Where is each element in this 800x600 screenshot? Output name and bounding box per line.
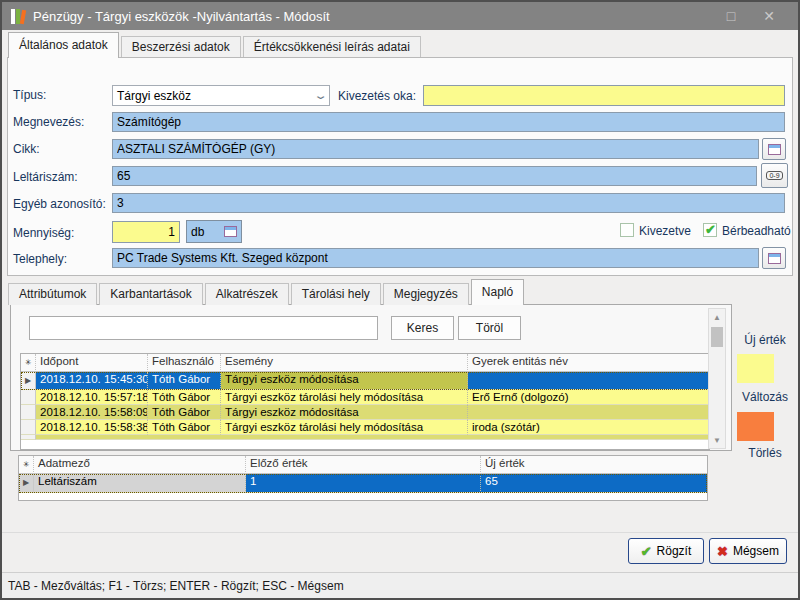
tipus-dropdown[interactable]: Tárgyi eszköz ⌄ bbox=[112, 85, 330, 106]
leltariszam-label: Leltáriszám: bbox=[13, 170, 78, 184]
status-bar: TAB - Mezőváltás; F1 - Törzs; ENTER - Rö… bbox=[2, 572, 798, 598]
checkmark-icon: ✔ bbox=[705, 222, 716, 237]
mennyiseg-unit-value: db bbox=[191, 225, 204, 239]
vertical-scrollbar[interactable]: ▲ ▼ bbox=[708, 308, 726, 449]
app-window: Pénzügy - Tárgyi eszközök -Nyilvántartás… bbox=[0, 0, 800, 600]
scroll-down-icon[interactable]: ▼ bbox=[709, 432, 725, 448]
egyeb-azonosito-label: Egyéb azonosító: bbox=[13, 197, 106, 211]
kivezetes-oka-input[interactable] bbox=[423, 85, 785, 106]
window-form-icon bbox=[768, 144, 781, 155]
col-gyerek[interactable]: Gyerek entitás név bbox=[468, 354, 709, 372]
cell-uj-ertek: 65 bbox=[481, 474, 707, 493]
leltariszam-input[interactable] bbox=[112, 166, 757, 186]
legend-torles-label: Törlés bbox=[735, 446, 795, 460]
cikk-input[interactable] bbox=[112, 139, 759, 159]
col-adatmezo[interactable]: Adatmező bbox=[34, 456, 246, 474]
cell-idopont: 2018.12.10. 15:57:18 bbox=[36, 390, 148, 405]
megsem-button[interactable]: ✖ Mégsem bbox=[709, 538, 787, 564]
col-idopont[interactable]: Időpont bbox=[36, 354, 148, 372]
header-corner-icon: ✳ bbox=[21, 354, 36, 372]
window-form-icon bbox=[768, 253, 781, 264]
close-icon[interactable]: ✕ bbox=[754, 5, 784, 27]
naplo-panel: Keres Töröl ✳ Időpont Felhasználó Esemén… bbox=[10, 304, 732, 451]
kivezetes-oka-label: Kivezetés oka: bbox=[338, 89, 416, 103]
search-input[interactable] bbox=[29, 316, 378, 340]
log-table-header: ✳ Időpont Felhasználó Esemény Gyerek ent… bbox=[21, 354, 709, 372]
cell-felhasznalo: Tóth Gábor bbox=[148, 420, 221, 435]
change-detail-table: ✳ Adatmező Előző érték Új érték ▶ Leltár… bbox=[18, 455, 708, 501]
unit-lookup-icon bbox=[224, 226, 237, 237]
cell-esemeny: Tárgyi eszköz módosítása bbox=[221, 405, 468, 420]
scroll-up-icon[interactable]: ▲ bbox=[709, 309, 725, 325]
egyeb-azonosito-input[interactable] bbox=[112, 193, 785, 213]
table-row[interactable]: ▶ Leltáriszám 1 65 bbox=[19, 474, 707, 493]
cell-gyerek bbox=[468, 405, 709, 420]
col-felhasznalo[interactable]: Felhasználó bbox=[148, 354, 221, 372]
berbeadhato-checkbox[interactable]: ✔ bbox=[703, 223, 717, 237]
cell-gyerek: iroda (szótár) bbox=[468, 420, 709, 435]
tab-attributumok[interactable]: Attribútumok bbox=[8, 283, 97, 305]
row-indicator-icon: ▶ bbox=[21, 372, 36, 390]
torol-button[interactable]: Töröl bbox=[458, 316, 521, 340]
cell-gyerek: Erő Ernő (dolgozó) bbox=[468, 390, 709, 405]
leltariszam-numbering-button[interactable]: 0-9 bbox=[761, 163, 788, 188]
legend-torles-swatch bbox=[737, 412, 774, 441]
megsem-button-label: Mégsem bbox=[733, 544, 779, 558]
check-icon: ✔ bbox=[641, 544, 652, 559]
log-table: ✳ Időpont Felhasználó Esemény Gyerek ent… bbox=[20, 353, 710, 450]
tab-ertekcsokkenesi-leiras[interactable]: Értékcsökkenési leírás adatai bbox=[243, 36, 421, 58]
tab-naplo[interactable]: Napló bbox=[471, 279, 524, 305]
keres-button[interactable]: Keres bbox=[391, 316, 454, 340]
col-esemeny[interactable]: Esemény bbox=[221, 354, 468, 372]
mennyiseg-input[interactable] bbox=[112, 221, 180, 243]
status-text: TAB - Mezőváltás; F1 - Törzs; ENTER - Rö… bbox=[8, 579, 344, 593]
megnevezes-input[interactable] bbox=[112, 112, 785, 132]
tab-karbantartasok[interactable]: Karbantartások bbox=[99, 283, 202, 305]
tab-beszerzesi-adatok[interactable]: Beszerzési adatok bbox=[121, 36, 241, 58]
scrollbar-thumb[interactable] bbox=[711, 327, 723, 347]
chevron-down-icon: ⌄ bbox=[313, 89, 328, 102]
footer-divider bbox=[2, 532, 798, 533]
telephely-lookup-button[interactable] bbox=[762, 247, 786, 269]
table-row[interactable]: 2018.12.10. 15:58:09 Tóth Gábor Tárgyi e… bbox=[21, 405, 709, 420]
cell-felhasznalo: Tóth Gábor bbox=[148, 390, 221, 405]
tab-alkatreszek[interactable]: Alkatrészek bbox=[205, 283, 289, 305]
cell-felhasznalo: Tóth Gábor bbox=[148, 372, 221, 390]
table-row[interactable]: 2018.12.10. 15:58:38 Tóth Gábor Tárgyi e… bbox=[21, 420, 709, 435]
cell-elozo-ertek: 1 bbox=[246, 474, 481, 493]
cikk-label: Cikk: bbox=[13, 142, 40, 156]
bottom-tab-strip: Attribútumok Karbantartások Alkatrészek … bbox=[8, 279, 526, 305]
top-tab-strip: Általános adatok Beszerzési adatok Érték… bbox=[8, 31, 423, 58]
table-row[interactable]: ▶ 2018.12.10. 15:45:30 Tóth Gábor Tárgyi… bbox=[21, 372, 709, 390]
kivezetve-checkbox[interactable] bbox=[620, 223, 634, 237]
megnevezes-label: Megnevezés: bbox=[13, 115, 84, 129]
cell-adatmezo: Leltáriszám bbox=[34, 474, 246, 493]
cikk-lookup-button[interactable] bbox=[762, 138, 786, 160]
cell-esemeny: Tárgyi eszköz tárolási hely módosítása bbox=[221, 390, 468, 405]
legend-uj-ertek-label: Új érték bbox=[735, 333, 795, 347]
log-row-partial[interactable] bbox=[21, 435, 709, 440]
col-elozo-ertek[interactable]: Előző érték bbox=[246, 456, 481, 474]
mennyiseg-unit-box[interactable]: db bbox=[186, 220, 242, 243]
x-icon: ✖ bbox=[717, 544, 728, 559]
legend-valtozas-label: Változás bbox=[735, 390, 795, 404]
legend-valtozas-swatch bbox=[737, 354, 774, 383]
col-uj-ertek[interactable]: Új érték bbox=[481, 456, 707, 474]
tab-altalanos-adatok[interactable]: Általános adatok bbox=[8, 32, 119, 58]
app-logo-icon bbox=[11, 8, 25, 24]
table-row[interactable]: 2018.12.10. 15:57:18 Tóth Gábor Tárgyi e… bbox=[21, 390, 709, 405]
berbeadhato-label: Bérbeadható bbox=[722, 224, 791, 238]
tipus-label: Típus: bbox=[13, 88, 46, 102]
cell-idopont: 2018.12.10. 15:45:30 bbox=[36, 372, 148, 390]
numbering-0-9-icon: 0-9 bbox=[766, 171, 782, 180]
maximize-icon[interactable]: □ bbox=[716, 5, 746, 27]
cell-idopont: 2018.12.10. 15:58:38 bbox=[36, 420, 148, 435]
window-title: Pénzügy - Tárgyi eszközök -Nyilvántartás… bbox=[33, 9, 330, 24]
telephely-label: Telephely: bbox=[13, 252, 67, 266]
tab-tarolasi-hely[interactable]: Tárolási hely bbox=[291, 283, 381, 305]
detail-table-header: ✳ Adatmező Előző érték Új érték bbox=[19, 456, 707, 474]
telephely-input[interactable] bbox=[112, 248, 759, 268]
mennyiseg-label: Mennyiség: bbox=[13, 226, 74, 240]
rogzit-button[interactable]: ✔ Rögzít bbox=[628, 538, 704, 564]
tab-megjegyzes[interactable]: Megjegyzés bbox=[383, 283, 469, 305]
